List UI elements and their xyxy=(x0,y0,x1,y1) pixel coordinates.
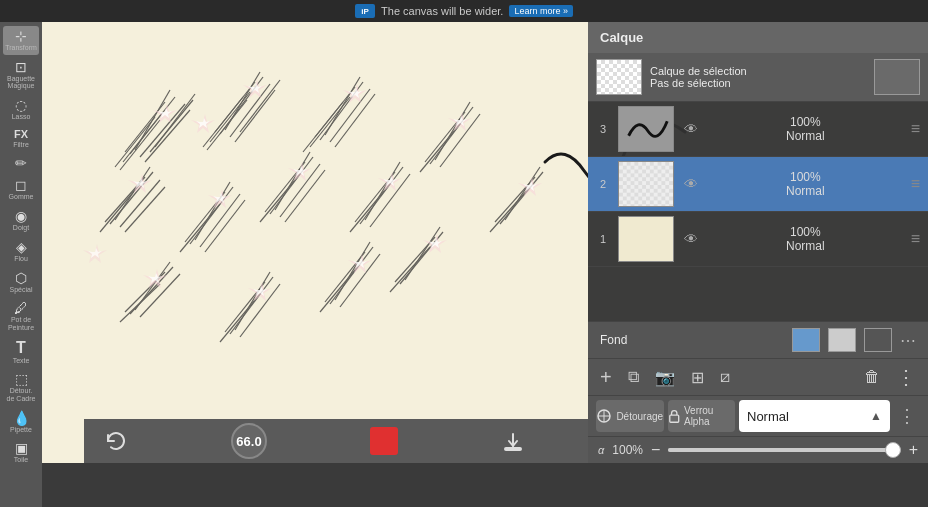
layer-1-blend: Normal xyxy=(786,239,825,253)
layer-2-blend: Normal xyxy=(786,184,825,198)
brush-size-display[interactable]: 66.0 xyxy=(231,423,267,459)
fond-more-button[interactable]: ⋯ xyxy=(900,331,916,350)
layer-1-info: 100% Normal xyxy=(708,225,903,253)
tool-canvas[interactable]: ▣ Toile xyxy=(3,438,39,467)
tool-fx[interactable]: FX Filtre xyxy=(3,126,39,152)
alpha-slider[interactable] xyxy=(668,448,900,452)
tool-pipette[interactable]: 💧 Pipette xyxy=(3,408,39,437)
blend-mode-chevron: ▲ xyxy=(870,409,882,423)
crop-icon: ⬚ xyxy=(15,372,28,386)
tool-blur[interactable]: ◈ Flou xyxy=(3,237,39,266)
lasso-label: Lasso xyxy=(12,113,31,121)
layer-3-info: 100% Normal xyxy=(708,115,903,143)
tool-text[interactable]: T Texte xyxy=(3,337,39,368)
text-label: Texte xyxy=(13,357,30,365)
color-swatch[interactable] xyxy=(370,427,398,455)
layer-row-3[interactable]: 3 👁 100% Normal ≡ xyxy=(588,102,928,157)
pipette-icon: 💧 xyxy=(13,411,30,425)
layer-bottom-bar: + ⧉ 📷 ⊞ ⧄ 🗑 ⋮ xyxy=(588,358,928,395)
layer-row-2[interactable]: 2 xyxy=(588,157,928,212)
tool-fill[interactable]: ◉ Doigt xyxy=(3,206,39,235)
pen-icon: 🖊 xyxy=(14,301,28,315)
alpha-plus-button[interactable]: + xyxy=(909,441,918,459)
fond-swatch-blue[interactable] xyxy=(792,328,820,352)
svg-rect-88 xyxy=(669,415,678,422)
fx-icon: FX xyxy=(14,129,28,140)
layer-3-num: 3 xyxy=(596,123,610,135)
layer-row-1[interactable]: 1 👁 100% Normal ≡ xyxy=(588,212,928,267)
selection-layer-row: Calque de sélection Pas de sélection xyxy=(588,53,928,102)
tool-eraser[interactable]: ◻ Gomme xyxy=(3,175,39,204)
pen-label: Pot de Peinture xyxy=(5,316,37,331)
layer-3-opacity: 100% xyxy=(790,115,821,129)
layer-panel-title: Calque xyxy=(600,30,643,45)
alpha-label: α xyxy=(598,444,604,456)
fond-swatch-dark[interactable] xyxy=(864,328,892,352)
tool-pen[interactable]: 🖊 Pot de Peinture xyxy=(3,298,39,334)
layer-3-handle[interactable]: ≡ xyxy=(911,120,920,138)
copy-layer-button[interactable]: ⧉ xyxy=(624,366,643,388)
layer-1-thumb xyxy=(618,216,674,262)
layer-1-handle[interactable]: ≡ xyxy=(911,230,920,248)
layer-3-eye[interactable]: 👁 xyxy=(682,121,700,137)
verrou-alpha-button[interactable]: Verrou Alpha xyxy=(668,400,736,432)
eraser-icon: ◻ xyxy=(15,178,27,192)
tool-special[interactable]: ⬡ Spécial xyxy=(3,268,39,297)
tool-transform[interactable]: ⊹ Transform xyxy=(3,26,39,55)
alpha-row: α 100% − + xyxy=(588,436,928,463)
layer-3-thumb xyxy=(618,106,674,152)
learn-more-link[interactable]: Learn more » xyxy=(509,5,573,17)
magnifier-label: Baguette Magique xyxy=(5,75,37,90)
mode-more-button[interactable]: ⋮ xyxy=(894,405,920,427)
selection-thumb xyxy=(596,59,642,95)
layer-panel: Calque Calque de sélection Pas de sélect… xyxy=(588,22,928,463)
eraser-label: Gomme xyxy=(9,193,34,201)
blur-icon: ◈ xyxy=(16,240,27,254)
brush-icon: ✏ xyxy=(15,156,27,170)
more-options-button[interactable]: ⋮ xyxy=(892,363,920,391)
layer-2-eye[interactable]: 👁 xyxy=(682,176,700,192)
mode-row: Détourage Verrou Alpha Normal ▲ ⋮ xyxy=(588,395,928,436)
alpha-value: 100% xyxy=(612,443,643,457)
alpha-minus-button[interactable]: − xyxy=(651,441,660,459)
crop-label: Détour. de Cadre xyxy=(5,387,37,402)
left-toolbar: ⊹ Transform ⊡ Baguette Magique ◌ Lasso F… xyxy=(0,22,42,507)
brush-size-value: 66.0 xyxy=(236,434,261,449)
banner-text: The canvas will be wider. xyxy=(381,5,503,17)
transform-label: Transform xyxy=(5,44,37,52)
detourage-button[interactable]: Détourage xyxy=(596,400,664,432)
merge-button[interactable]: ⊞ xyxy=(687,366,708,389)
layer-2-handle[interactable]: ≡ xyxy=(911,175,920,193)
tool-brush[interactable]: ✏ xyxy=(3,153,39,173)
magnifier-icon: ⊡ xyxy=(15,60,27,74)
layer-3-blend: Normal xyxy=(786,129,825,143)
layer-2-info: 100% Normal xyxy=(708,170,903,198)
selection-layer-label: Calque de sélection xyxy=(650,65,866,77)
detourage-label: Détourage xyxy=(616,411,663,422)
layer-1-num: 1 xyxy=(596,233,610,245)
slash-button[interactable]: ⧄ xyxy=(716,366,734,388)
special-label: Spécial xyxy=(10,286,33,294)
text-icon: T xyxy=(16,340,26,356)
trash-button[interactable]: 🗑 xyxy=(860,366,884,388)
blend-mode-value: Normal xyxy=(747,409,789,424)
rotate-tool[interactable] xyxy=(104,429,128,453)
camera-button[interactable]: 📷 xyxy=(651,366,679,389)
transform-icon: ⊹ xyxy=(15,29,27,43)
alpha-slider-fill xyxy=(668,448,900,452)
layer-2-opacity: 100% xyxy=(790,170,821,184)
selection-layer-sublabel: Pas de sélection xyxy=(650,77,866,89)
svg-rect-82 xyxy=(619,162,673,206)
download-button[interactable] xyxy=(501,429,525,453)
fond-swatch-light[interactable] xyxy=(828,328,856,352)
blend-mode-select[interactable]: Normal ▲ xyxy=(739,400,890,432)
tool-lasso[interactable]: ◌ Lasso xyxy=(3,95,39,124)
tool-crop[interactable]: ⬚ Détour. de Cadre xyxy=(3,369,39,405)
add-layer-button[interactable]: + xyxy=(596,364,616,391)
layer-2-num: 2 xyxy=(596,178,610,190)
special-icon: ⬡ xyxy=(15,271,27,285)
tool-magnifier[interactable]: ⊡ Baguette Magique xyxy=(3,57,39,93)
layer-1-eye[interactable]: 👁 xyxy=(682,231,700,247)
alpha-slider-knob[interactable] xyxy=(885,442,901,458)
svg-rect-79 xyxy=(505,448,521,450)
